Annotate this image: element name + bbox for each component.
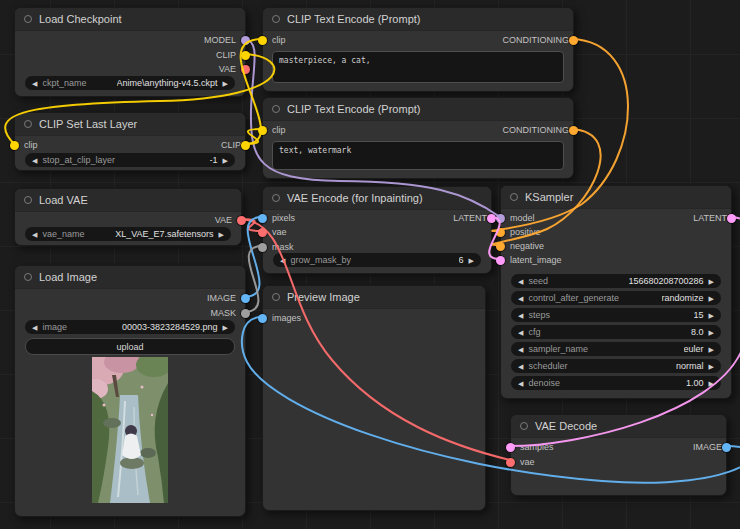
upload-button[interactable]: upload xyxy=(25,338,235,355)
output-port-clip[interactable] xyxy=(241,51,250,60)
input-port-model[interactable] xyxy=(496,214,505,223)
collapse-icon[interactable] xyxy=(24,196,32,204)
seed-widget[interactable]: ◀ seed 156680208700286 ▶ xyxy=(511,274,721,288)
input-port-vae[interactable] xyxy=(258,228,267,237)
collapse-icon[interactable] xyxy=(520,422,528,430)
ckpt-name-widget[interactable]: ◀ ckpt_name Anime\anything-v4.5.ckpt ▶ xyxy=(25,76,235,90)
node-titlebar[interactable]: Load VAE xyxy=(15,189,241,212)
arrow-right-icon[interactable]: ▶ xyxy=(709,312,714,319)
node-clip-set-last-layer[interactable]: CLIP Set Last Layer clip CLIP ◀ stop_at_… xyxy=(14,112,246,171)
arrow-right-icon[interactable]: ▶ xyxy=(709,346,714,353)
node-canvas[interactable]: Load Checkpoint MODEL CLIP VAE ◀ ckpt_na… xyxy=(0,0,740,529)
input-port-vae[interactable] xyxy=(506,458,515,467)
arrow-right-icon[interactable]: ▶ xyxy=(223,324,228,331)
output-port-mask[interactable] xyxy=(241,309,250,318)
port-label: IMAGE xyxy=(207,293,236,303)
arrow-left-icon[interactable]: ◀ xyxy=(32,231,37,238)
node-load-vae[interactable]: Load VAE VAE ◀ vae_name XL_VAE_E7.safete… xyxy=(14,188,242,246)
output-port-image[interactable] xyxy=(722,443,731,452)
arrow-right-icon[interactable]: ▶ xyxy=(223,157,228,164)
collapse-icon[interactable] xyxy=(272,15,280,23)
collapse-icon[interactable] xyxy=(272,194,280,202)
node-titlebar[interactable]: VAE Decode xyxy=(511,415,726,438)
prompt-textarea[interactable]: text, watermark xyxy=(272,141,564,170)
input-port-negative[interactable] xyxy=(496,242,505,251)
port-label: clip xyxy=(272,35,286,45)
collapse-icon[interactable] xyxy=(24,273,32,281)
output-port-vae[interactable] xyxy=(241,65,250,74)
arrow-left-icon[interactable]: ◀ xyxy=(32,80,37,87)
arrow-left-icon[interactable]: ◀ xyxy=(518,312,523,319)
collapse-icon[interactable] xyxy=(272,293,280,301)
arrow-left-icon[interactable]: ◀ xyxy=(518,363,523,370)
stop-at-clip-layer-widget[interactable]: ◀ stop_at_clip_layer -1 ▶ xyxy=(25,153,235,167)
denoise-widget[interactable]: ◀ denoise 1.00 ▶ xyxy=(511,376,721,390)
node-titlebar[interactable]: KSampler xyxy=(501,186,731,209)
grow-mask-by-widget[interactable]: ◀ grow_mask_by 6 ▶ xyxy=(273,253,481,267)
arrow-left-icon[interactable]: ◀ xyxy=(518,346,523,353)
collapse-icon[interactable] xyxy=(24,120,32,128)
output-port-conditioning[interactable] xyxy=(569,126,578,135)
node-title: CLIP Text Encode (Prompt) xyxy=(287,13,421,25)
input-port-latent-image[interactable] xyxy=(496,256,505,265)
arrow-left-icon[interactable]: ◀ xyxy=(280,257,285,264)
collapse-icon[interactable] xyxy=(510,193,518,201)
node-ksampler[interactable]: KSampler model LATENT positive negative … xyxy=(500,185,732,399)
output-port-vae[interactable] xyxy=(237,216,246,225)
node-titlebar[interactable]: CLIP Text Encode (Prompt) xyxy=(263,98,573,121)
output-port-clip[interactable] xyxy=(241,141,250,150)
node-titlebar[interactable]: CLIP Set Last Layer xyxy=(15,113,245,136)
arrow-right-icon[interactable]: ▶ xyxy=(709,295,714,302)
arrow-right-icon[interactable]: ▶ xyxy=(709,380,714,387)
arrow-right-icon[interactable]: ▶ xyxy=(709,329,714,336)
output-port-model[interactable] xyxy=(241,36,250,45)
node-preview-image[interactable]: Preview Image images xyxy=(262,285,486,511)
input-port-positive[interactable] xyxy=(496,228,505,237)
arrow-right-icon[interactable]: ▶ xyxy=(469,257,474,264)
port-label: LATENT xyxy=(693,213,727,223)
node-load-checkpoint[interactable]: Load Checkpoint MODEL CLIP VAE ◀ ckpt_na… xyxy=(14,7,246,97)
prompt-textarea[interactable]: masterpiece, a cat, xyxy=(272,51,564,83)
arrow-left-icon[interactable]: ◀ xyxy=(518,380,523,387)
arrow-left-icon[interactable]: ◀ xyxy=(518,278,523,285)
node-vae-decode[interactable]: VAE Decode samples IMAGE vae xyxy=(510,414,727,496)
input-port-clip[interactable] xyxy=(258,126,267,135)
arrow-left-icon[interactable]: ◀ xyxy=(32,324,37,331)
collapse-icon[interactable] xyxy=(24,15,32,23)
node-load-image[interactable]: Load Image IMAGE MASK ◀ image 00003-3823… xyxy=(14,265,246,517)
arrow-left-icon[interactable]: ◀ xyxy=(518,295,523,302)
output-port-latent[interactable] xyxy=(487,214,496,223)
output-port-image[interactable] xyxy=(241,294,250,303)
node-clip-text-encode-positive[interactable]: CLIP Text Encode (Prompt) clip CONDITION… xyxy=(262,7,574,92)
output-port-latent[interactable] xyxy=(727,214,736,223)
arrow-right-icon[interactable]: ▶ xyxy=(709,363,714,370)
collapse-icon[interactable] xyxy=(272,105,280,113)
arrow-left-icon[interactable]: ◀ xyxy=(32,157,37,164)
input-port-mask[interactable] xyxy=(258,243,267,252)
input-port-images[interactable] xyxy=(258,314,267,323)
vae-name-widget[interactable]: ◀ vae_name XL_VAE_E7.safetensors ▶ xyxy=(25,227,231,241)
sampler-name-widget[interactable]: ◀ sampler_name euler ▶ xyxy=(511,342,721,356)
input-port-clip[interactable] xyxy=(258,36,267,45)
input-port-clip[interactable] xyxy=(10,141,19,150)
node-clip-text-encode-negative[interactable]: CLIP Text Encode (Prompt) clip CONDITION… xyxy=(262,97,574,179)
scheduler-widget[interactable]: ◀ scheduler normal ▶ xyxy=(511,359,721,373)
input-port-pixels[interactable] xyxy=(258,214,267,223)
steps-widget[interactable]: ◀ steps 15 ▶ xyxy=(511,308,721,322)
image-filename-widget[interactable]: ◀ image 00003-3823284529.png ▶ xyxy=(25,320,235,334)
node-titlebar[interactable]: Load Image xyxy=(15,266,245,289)
node-vae-encode-inpainting[interactable]: VAE Encode (for Inpainting) pixels LATEN… xyxy=(262,186,492,274)
arrow-right-icon[interactable]: ▶ xyxy=(223,80,228,87)
widget-label: vae_name xyxy=(42,229,84,239)
cfg-widget[interactable]: ◀ cfg 8.0 ▶ xyxy=(511,325,721,339)
node-titlebar[interactable]: VAE Encode (for Inpainting) xyxy=(263,187,491,210)
arrow-left-icon[interactable]: ◀ xyxy=(518,329,523,336)
input-port-samples[interactable] xyxy=(506,443,515,452)
node-titlebar[interactable]: CLIP Text Encode (Prompt) xyxy=(263,8,573,31)
arrow-right-icon[interactable]: ▶ xyxy=(219,231,224,238)
node-titlebar[interactable]: Load Checkpoint xyxy=(15,8,245,31)
control-after-generate-widget[interactable]: ◀ control_after_generate randomize ▶ xyxy=(511,291,721,305)
output-port-conditioning[interactable] xyxy=(569,36,578,45)
arrow-right-icon[interactable]: ▶ xyxy=(709,278,714,285)
node-titlebar[interactable]: Preview Image xyxy=(263,286,485,309)
